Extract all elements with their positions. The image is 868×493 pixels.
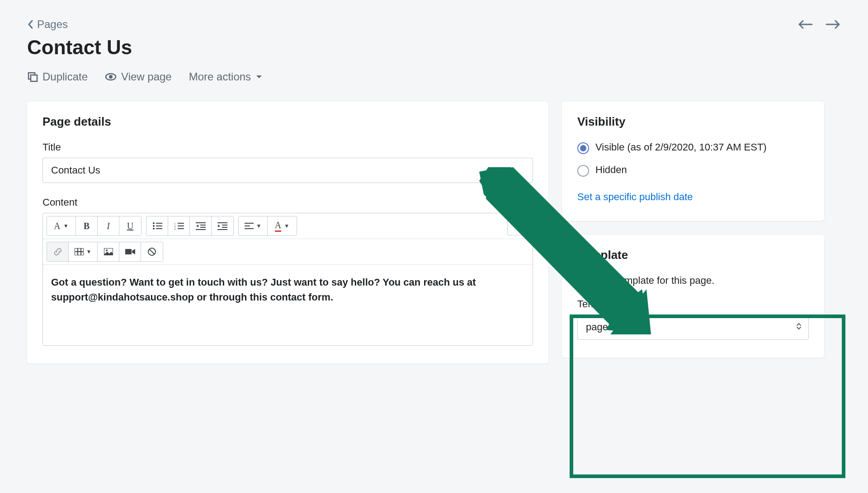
arrow-right-icon — [826, 19, 841, 30]
svg-rect-1 — [31, 75, 37, 81]
view-page-button[interactable]: View page — [105, 70, 172, 83]
svg-rect-24 — [245, 223, 254, 224]
svg-rect-11 — [178, 223, 184, 224]
template-heading: Template — [577, 248, 809, 262]
svg-line-35 — [149, 249, 155, 254]
tb-italic[interactable]: I — [98, 216, 119, 235]
visible-label: Visible (as of 2/9/2020, 10:37 AM EST) — [595, 141, 767, 153]
svg-rect-7 — [156, 225, 162, 226]
tb-html-view[interactable]: <> — [507, 216, 529, 235]
arrow-left-icon — [797, 19, 813, 30]
visibility-hidden-option[interactable]: Hidden — [577, 164, 809, 177]
chevron-left-icon — [27, 19, 34, 30]
content-field-label: Content — [42, 197, 533, 208]
radio-checked-icon — [577, 142, 589, 154]
numbered-list-icon: 123 — [174, 222, 184, 230]
svg-rect-33 — [125, 249, 132, 254]
svg-rect-16 — [196, 222, 206, 223]
svg-point-32 — [106, 249, 108, 251]
bullet-list-icon — [152, 222, 162, 230]
view-page-label: View page — [121, 70, 172, 83]
prev-page-button[interactable] — [797, 19, 813, 30]
svg-rect-13 — [178, 225, 184, 226]
more-actions-label: More actions — [189, 70, 251, 83]
svg-rect-21 — [222, 225, 227, 225]
title-field-label: Title — [42, 141, 533, 153]
template-card: Template Select a template for this page… — [562, 235, 824, 358]
svg-rect-5 — [156, 223, 162, 224]
set-publish-date-link[interactable]: Set a specific publish date — [577, 191, 693, 203]
tb-font-style[interactable]: A▼ — [47, 216, 76, 235]
svg-rect-25 — [245, 225, 250, 226]
tb-underline[interactable]: U — [119, 216, 141, 235]
next-page-button[interactable] — [826, 19, 841, 30]
duplicate-icon — [27, 71, 38, 82]
radio-unchecked-icon — [577, 165, 589, 177]
svg-rect-15 — [178, 228, 184, 229]
tb-outdent[interactable] — [190, 216, 212, 235]
link-icon — [53, 247, 62, 256]
more-actions-button[interactable]: More actions — [189, 70, 263, 83]
editor-text: Got a question? Want to get in touch wit… — [51, 277, 476, 303]
caret-down-icon — [255, 74, 263, 80]
page-details-heading: Page details — [42, 115, 533, 129]
page-title: Contact Us — [27, 36, 841, 59]
tb-bold[interactable]: B — [76, 216, 98, 235]
template-suffix-select[interactable]: page.contact — [577, 315, 809, 340]
rich-text-editor: A▼ B I U 123 — [42, 213, 533, 346]
svg-rect-9 — [156, 228, 162, 229]
svg-rect-26 — [245, 228, 254, 229]
svg-text:3: 3 — [174, 227, 176, 230]
tb-link[interactable] — [47, 242, 69, 261]
duplicate-label: Duplicate — [42, 70, 88, 83]
table-icon — [75, 248, 84, 255]
hidden-label: Hidden — [595, 164, 627, 176]
tb-indent[interactable] — [212, 216, 233, 235]
title-input[interactable] — [42, 158, 533, 183]
tb-align[interactable]: ▼ — [239, 216, 268, 235]
svg-rect-19 — [196, 229, 206, 230]
video-icon — [125, 248, 135, 255]
svg-point-4 — [153, 222, 155, 224]
editor-content-area[interactable]: Got a question? Want to get in touch wit… — [43, 265, 533, 345]
svg-point-3 — [109, 75, 113, 79]
breadcrumb-label: Pages — [37, 18, 68, 31]
visibility-heading: Visibility — [577, 115, 809, 129]
svg-rect-20 — [217, 222, 227, 223]
tb-video[interactable] — [119, 242, 141, 261]
duplicate-button[interactable]: Duplicate — [27, 70, 88, 83]
page-details-card: Page details Title Content A▼ B I U — [27, 101, 548, 364]
svg-rect-17 — [200, 225, 206, 225]
image-icon — [104, 248, 113, 255]
breadcrumb-back[interactable]: Pages — [27, 18, 68, 31]
align-icon — [245, 222, 254, 230]
tb-color[interactable]: A▼ — [268, 216, 297, 235]
tb-table[interactable]: ▼ — [69, 242, 98, 261]
outdent-icon — [196, 222, 206, 230]
tb-bullet-list[interactable] — [146, 216, 168, 235]
eye-icon — [105, 71, 117, 83]
visibility-visible-option[interactable]: Visible (as of 2/9/2020, 10:37 AM EST) — [577, 141, 809, 154]
clear-format-icon — [147, 247, 156, 256]
svg-rect-23 — [217, 229, 227, 230]
tb-numbered-list[interactable]: 123 — [168, 216, 190, 235]
visibility-card: Visibility Visible (as of 2/9/2020, 10:3… — [562, 101, 824, 221]
select-caret-icon — [796, 322, 802, 332]
template-suffix-label: Template suffix — [577, 298, 809, 310]
svg-point-8 — [153, 228, 155, 230]
tb-clear-format[interactable] — [141, 242, 163, 261]
svg-rect-18 — [200, 227, 206, 228]
tb-image[interactable] — [98, 242, 119, 261]
template-description: Select a template for this page. — [577, 275, 809, 286]
svg-rect-22 — [222, 227, 227, 228]
indent-icon — [217, 222, 227, 230]
svg-point-6 — [153, 225, 155, 227]
